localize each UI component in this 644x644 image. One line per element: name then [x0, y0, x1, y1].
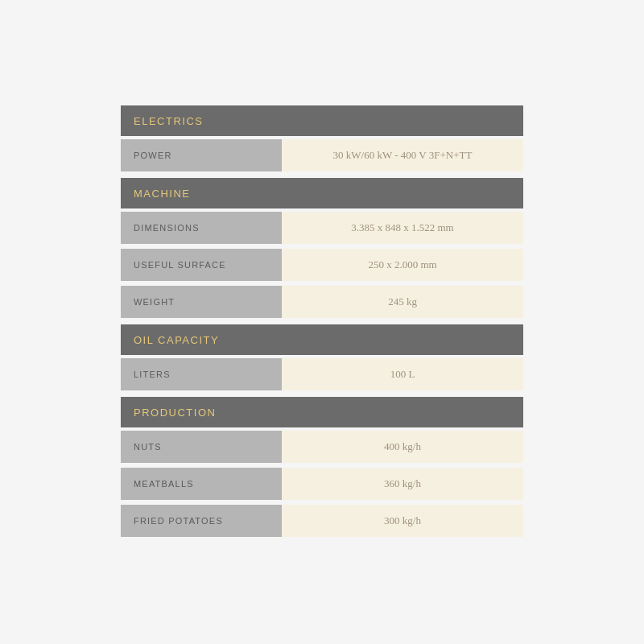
spec-value-text-machine-2: 245 kg [388, 295, 417, 308]
spec-label-oil-capacity-0: LITERS [121, 358, 282, 390]
spec-value-machine-1: 250 x 2.000 mm [282, 249, 523, 281]
spec-value-text-production-1: 360 kg/h [384, 477, 421, 490]
spec-value-machine-2: 245 kg [282, 286, 523, 318]
spec-label-text-machine-0: DIMENSIONS [134, 223, 200, 233]
specs-table: ELECTRICSPOWER30 kW/60 kW - 400 V 3F+N+T… [121, 105, 523, 539]
spec-row-production-2: FRIED POTATOES300 kg/h [121, 505, 523, 537]
spec-label-text-oil-capacity-0: LITERS [134, 369, 171, 379]
spec-label-machine-0: DIMENSIONS [121, 212, 282, 244]
spec-label-production-2: FRIED POTATOES [121, 505, 282, 537]
spec-row-production-1: MEATBALLS360 kg/h [121, 468, 523, 500]
section-title-oil-capacity: OIL CAPACITY [134, 334, 219, 346]
spec-value-text-electrics-0: 30 kW/60 kW - 400 V 3F+N+TT [333, 149, 473, 162]
spec-value-text-production-2: 300 kg/h [384, 514, 421, 527]
spec-label-text-machine-2: WEIGHT [134, 297, 175, 307]
spec-row-electrics-0: POWER30 kW/60 kW - 400 V 3F+N+TT [121, 139, 523, 171]
spec-value-production-1: 360 kg/h [282, 468, 523, 500]
spec-label-production-1: MEATBALLS [121, 468, 282, 500]
spec-value-machine-0: 3.385 x 848 x 1.522 mm [282, 212, 523, 244]
section-header-oil-capacity: OIL CAPACITY [121, 324, 523, 355]
spec-label-text-production-2: FRIED POTATOES [134, 516, 223, 526]
spec-row-machine-1: USEFUL SURFACE250 x 2.000 mm [121, 249, 523, 281]
spec-label-text-production-0: NUTS [134, 442, 162, 452]
spec-value-text-oil-capacity-0: 100 L [390, 368, 415, 381]
spec-row-machine-0: DIMENSIONS3.385 x 848 x 1.522 mm [121, 212, 523, 244]
spec-label-production-0: NUTS [121, 431, 282, 463]
spec-row-production-0: NUTS400 kg/h [121, 431, 523, 463]
spec-value-production-2: 300 kg/h [282, 505, 523, 537]
spec-value-oil-capacity-0: 100 L [282, 358, 523, 390]
spec-label-text-machine-1: USEFUL SURFACE [134, 260, 226, 270]
spec-label-electrics-0: POWER [121, 139, 282, 171]
section-header-machine: MACHINE [121, 178, 523, 208]
section-title-production: PRODUCTION [134, 407, 216, 419]
section-header-electrics: ELECTRICS [121, 105, 523, 136]
section-title-machine: MACHINE [134, 188, 190, 200]
spec-row-oil-capacity-0: LITERS100 L [121, 358, 523, 390]
spec-value-production-0: 400 kg/h [282, 431, 523, 463]
section-header-production: PRODUCTION [121, 397, 523, 427]
spec-value-electrics-0: 30 kW/60 kW - 400 V 3F+N+TT [282, 139, 523, 171]
spec-value-text-production-0: 400 kg/h [384, 440, 421, 453]
spec-label-text-production-1: MEATBALLS [134, 479, 194, 489]
spec-label-machine-2: WEIGHT [121, 286, 282, 318]
section-title-electrics: ELECTRICS [134, 115, 203, 127]
spec-label-machine-1: USEFUL SURFACE [121, 249, 282, 281]
spec-label-text-electrics-0: POWER [134, 151, 172, 160]
spec-value-text-machine-0: 3.385 x 848 x 1.522 mm [351, 221, 453, 234]
spec-row-machine-2: WEIGHT245 kg [121, 286, 523, 318]
spec-value-text-machine-1: 250 x 2.000 mm [368, 258, 436, 271]
